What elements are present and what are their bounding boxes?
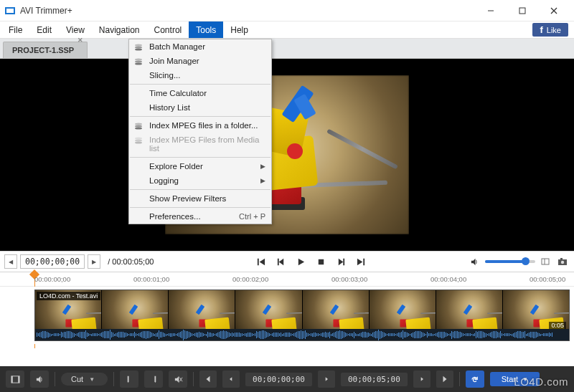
step-back-button[interactable]: ◀ [4,254,17,269]
svg-point-15 [135,137,142,139]
close-button[interactable] [538,1,570,21]
nudge-fwd-button[interactable] [318,371,335,388]
menu-time-calculator[interactable]: Time Calculator [129,86,271,100]
svg-rect-3 [519,8,525,14]
stack-icon [133,121,144,131]
frame-back-button[interactable] [274,255,287,268]
svg-rect-22 [560,258,563,259]
clip-thumbnail [102,290,169,329]
marker-button[interactable] [538,254,552,269]
stack-icon [133,135,144,145]
project-tab[interactable]: PROJECT-1.SSP ✕ [3,42,88,58]
menu-preferences[interactable]: Preferences...Ctrl + P [129,209,271,224]
out-time[interactable]: 00;00;05;00 [341,373,408,386]
film-icon[interactable] [6,371,24,388]
clip-thumbnail [370,290,436,329]
ruler-tick: 00:00:02;00 [232,275,268,283]
in-time[interactable]: 00;00;00;00 [245,373,312,386]
ruler-tick: 00:00:05;00 [530,275,565,283]
menu-control[interactable]: Control [147,21,189,38]
ruler-tick: 00:00:03;00 [331,275,367,283]
stack-icon [133,57,144,67]
mute-button[interactable] [169,371,187,388]
menu-show-preview-filters[interactable]: Show Preview Filters [129,191,271,206]
svg-point-12 [135,123,142,125]
minimize-button[interactable] [475,1,507,21]
menu-separator [130,84,270,85]
maximize-button[interactable] [507,1,538,21]
goto-start-button[interactable] [254,255,267,268]
ruler-tick: 00:00:04;00 [430,275,466,283]
menu-index-mpeg-folder[interactable]: Index MPEG files in a folder... [129,118,271,133]
tabstrip: PROJECT-1.SSP ✕ [0,39,574,59]
svg-rect-18 [318,259,323,264]
menu-explore-folder[interactable]: Explore Folder▶ [129,159,271,173]
current-time[interactable]: 00;00;00;00 [20,254,85,269]
frame-fwd-button[interactable] [334,255,347,268]
svg-point-17 [135,141,142,143]
svg-point-16 [135,139,142,141]
tools-dropdown: Batch Manager Join Manager Slicing... Ti… [128,39,272,224]
volume-icon[interactable] [468,255,481,268]
menu-tools[interactable]: Tools [189,21,223,38]
clip-duration: 0:05 [549,322,566,329]
svg-point-10 [135,60,142,62]
mark-in-button[interactable] [120,371,138,388]
clip-thumbnail [436,290,503,329]
stop-button[interactable] [314,255,327,268]
timeline-ruler[interactable]: 00:00:00;00 00:00:01;00 00:00:02;00 00:0… [0,272,574,287]
menu-file[interactable]: File [1,21,29,38]
seek-back-button[interactable] [199,371,217,388]
nudge-back-button[interactable] [222,371,240,388]
menu-history-list[interactable]: History List [129,100,271,115]
stack-icon [133,42,144,52]
snapshot-button[interactable] [555,254,570,269]
menubar: File Edit View Navigation Control Tools … [0,21,574,39]
ruler-tick: 00:00:01;00 [133,275,169,283]
goto-end-button[interactable] [354,255,367,268]
svg-rect-19 [542,259,549,264]
seek-fwd-button[interactable] [436,371,453,388]
menu-batch-manager[interactable]: Batch Manager [129,39,271,54]
mark-out-button[interactable] [144,371,163,388]
svg-rect-25 [18,376,19,382]
mode-selector[interactable]: Cut ▼ [61,373,108,386]
audio-icon[interactable] [30,371,49,388]
total-time: / 00:00:05;00 [108,257,154,266]
clip-label: LO4D.com - Test.avi [37,292,100,300]
menu-view[interactable]: View [59,21,92,38]
tab-label: PROJECT-1.SSP [12,46,74,54]
facebook-like-button[interactable]: f Like [532,23,568,37]
volume-slider[interactable] [485,260,535,263]
transport-bar: ◀ 00;00;00;00 ▶ / 00:00:05;00 [0,251,574,272]
like-label: Like [547,26,561,34]
timeline: 00:00:00;00 00:00:01;00 00:00:02;00 00:0… [0,272,574,344]
loop-button[interactable] [466,371,484,388]
menu-slicing[interactable]: Slicing... [129,68,271,82]
menu-edit[interactable]: Edit [29,21,59,38]
window-title: AVI Trimmer+ [20,6,72,16]
menu-join-manager[interactable]: Join Manager [129,54,271,68]
submenu-arrow-icon: ▶ [260,177,265,184]
tab-close-icon[interactable]: ✕ [75,37,85,47]
nudge-fwd2-button[interactable] [413,371,430,388]
chevron-down-icon: ▼ [89,376,95,383]
svg-point-14 [135,127,142,129]
svg-point-9 [135,58,142,60]
video-clip[interactable]: LO4D.com - Test.avi 0:05 [34,290,570,341]
watermark: LO4D.com [514,376,568,388]
menu-logging[interactable]: Logging▶ [129,173,271,188]
ruler-tick: 00:00:00;00 [34,275,70,283]
step-fwd-button[interactable]: ▶ [88,254,100,269]
clip-track: LO4D.com - Test.avi 0:05 [0,287,574,344]
app-icon [4,5,16,16]
menu-index-mpeg-media: Index MPEG Files from Media list [129,133,271,156]
menu-help[interactable]: Help [223,21,255,38]
play-button[interactable] [294,255,307,268]
mode-label: Cut [71,375,83,383]
titlebar: AVI Trimmer+ [0,0,574,21]
menu-separator [130,207,270,208]
svg-rect-1 [6,9,14,13]
menu-navigation[interactable]: Navigation [92,21,147,38]
svg-point-13 [135,125,142,127]
